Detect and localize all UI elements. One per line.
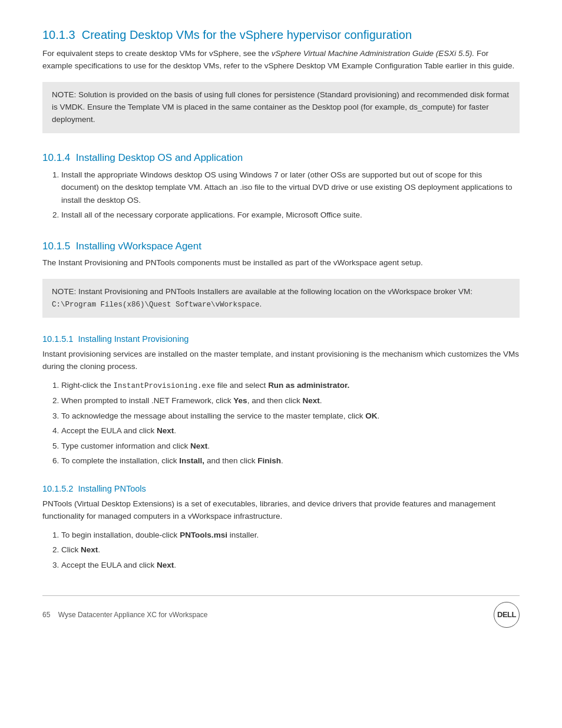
section-10-1-3: 10.1.3 Creating Desktop VMs for the vSph… xyxy=(42,28,520,133)
section-10-1-5-2-list: To begin installation, double-click PNTo… xyxy=(61,529,520,572)
list-item: When prompted to install .NET Framework,… xyxy=(61,394,520,407)
page-content: 10.1.3 Creating Desktop VMs for the vSph… xyxy=(0,0,562,663)
dell-logo: DELL xyxy=(494,602,520,628)
section-10-1-5-1-heading: 10.1.5.1 Installing Instant Provisioning xyxy=(42,334,520,344)
section-10-1-5-2-heading: 10.1.5.2 Installing PNTools xyxy=(42,484,520,493)
section-10-1-5-1-para: Instant provisioning services are instal… xyxy=(42,348,520,373)
note-box-10-1-3: NOTE: Solution is provided on the basis … xyxy=(42,82,520,133)
section-number: 10.1.5.2 xyxy=(42,484,73,493)
section-10-1-3-para: For equivalent steps to create desktop V… xyxy=(42,48,520,73)
list-item: Install all of the necessary corporate a… xyxy=(61,209,520,222)
footer-info: 65 Wyse Datacenter Appliance XC for vWor… xyxy=(42,611,207,619)
document-title: Wyse Datacenter Appliance XC for vWorksp… xyxy=(58,611,208,619)
section-10-1-4-heading: 10.1.4 Installing Desktop OS and Applica… xyxy=(42,152,520,164)
list-item: Right-click the InstantProvisioning.exe … xyxy=(61,379,520,392)
note-code: C:\Program Files(x86)\Quest Software\vWo… xyxy=(52,301,260,309)
para-text-before: For equivalent steps to create desktop V… xyxy=(42,49,272,58)
section-title: Installing vWorkspace Agent xyxy=(76,241,201,252)
list-item: Accept the EULA and click Next. xyxy=(61,559,520,572)
list-item: Install the appropriate Windows desktop … xyxy=(61,169,520,207)
section-10-1-5: 10.1.5 Installing vWorkspace Agent The I… xyxy=(42,241,520,318)
para-italic: vSphere Virtual Machine Administration G… xyxy=(272,49,474,58)
list-item: To acknowledge the message about install… xyxy=(61,410,520,423)
list-item: Type customer information and click Next… xyxy=(61,440,520,453)
note-box-10-1-5: NOTE: Instant Provisioning and PNTools I… xyxy=(42,279,520,318)
note-text: NOTE: Solution is provided on the basis … xyxy=(52,90,509,124)
section-number: 10.1.4 xyxy=(42,152,70,163)
section-10-1-5-2: 10.1.5.2 Installing PNTools PNTools (Vir… xyxy=(42,484,520,572)
inline-code: InstantProvisioning.exe xyxy=(114,382,216,390)
list-item: To begin installation, double-click PNTo… xyxy=(61,529,520,542)
section-10-1-4: 10.1.4 Installing Desktop OS and Applica… xyxy=(42,152,520,222)
section-number: 10.1.5.1 xyxy=(42,334,73,344)
page-footer: 65 Wyse Datacenter Appliance XC for vWor… xyxy=(42,595,520,628)
list-item: Accept the EULA and click Next. xyxy=(61,424,520,437)
section-title: Creating Desktop VMs for the vSphere hyp… xyxy=(82,28,412,41)
section-10-1-4-list: Install the appropriate Windows desktop … xyxy=(61,169,520,222)
section-10-1-5-1-list: Right-click the InstantProvisioning.exe … xyxy=(61,379,520,467)
dell-logo-text: DELL xyxy=(497,610,516,619)
section-title: Installing Desktop OS and Application xyxy=(76,152,243,163)
list-item: Click Next. xyxy=(61,543,520,556)
section-title: Installing Instant Provisioning xyxy=(78,334,189,344)
section-10-1-3-heading: 10.1.3 Creating Desktop VMs for the vSph… xyxy=(42,28,520,42)
section-number: 10.1.3 xyxy=(42,28,75,41)
note-text-after: . xyxy=(260,299,262,308)
page-number: 65 xyxy=(42,611,50,619)
list-item: To complete the installation, click Inst… xyxy=(61,454,520,467)
section-10-1-5-2-para: PNTools (Virtual Desktop Extensions) is … xyxy=(42,498,520,523)
section-title: Installing PNTools xyxy=(78,484,146,493)
section-number: 10.1.5 xyxy=(42,241,70,252)
note-text-before: NOTE: Instant Provisioning and PNTools I… xyxy=(52,287,472,296)
section-10-1-5-heading: 10.1.5 Installing vWorkspace Agent xyxy=(42,241,520,252)
section-10-1-5-para: The Instant Provisioning and PNTools com… xyxy=(42,257,520,269)
section-10-1-5-1: 10.1.5.1 Installing Instant Provisioning… xyxy=(42,334,520,467)
